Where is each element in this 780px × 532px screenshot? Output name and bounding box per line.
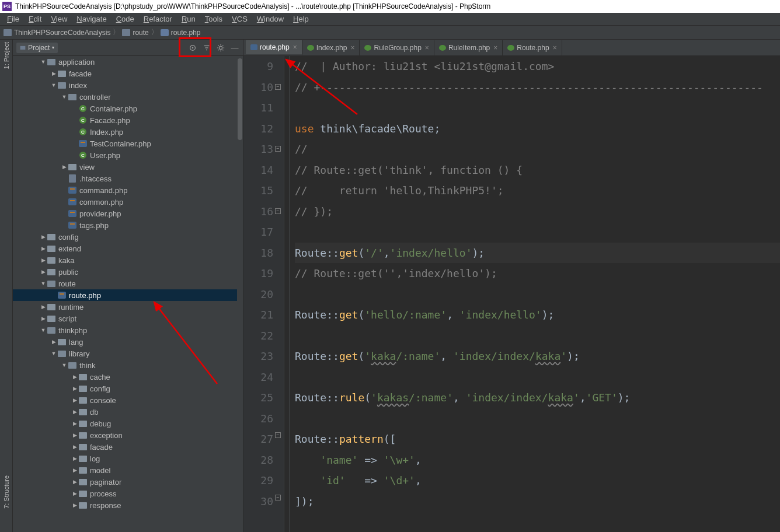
tree-item--htaccess[interactable]: .htaccess: [13, 173, 243, 184]
tree-item-facade-php[interactable]: CFacade.php: [13, 114, 243, 126]
chevron-down-icon[interactable]: ▼: [61, 362, 68, 368]
tree-item-user-php[interactable]: CUser.php: [13, 149, 243, 161]
tree-item-response[interactable]: ▶response: [13, 499, 243, 511]
chevron-right-icon[interactable]: ▶: [50, 71, 57, 76]
tree-item-script[interactable]: ▶script: [13, 313, 243, 324]
chevron-right-icon[interactable]: ▶: [40, 304, 47, 310]
code-line[interactable]: Route::get('kaka/:name', 'index/index/ka…: [295, 346, 780, 367]
code-line[interactable]: // +------------------------------------…: [295, 77, 780, 98]
tree-item-extend[interactable]: ▶extend: [13, 243, 243, 254]
menu-edit[interactable]: Edit: [24, 13, 46, 24]
code-line[interactable]: [295, 367, 780, 388]
chevron-down-icon[interactable]: ▼: [50, 351, 57, 356]
code-line[interactable]: [295, 408, 780, 429]
code-line[interactable]: // });: [295, 201, 780, 222]
tree-item-common-php[interactable]: common.php: [13, 196, 243, 208]
chevron-right-icon[interactable]: ▶: [40, 234, 47, 240]
editor-tab-route-php[interactable]: route.php×: [246, 40, 302, 55]
project-view-selector[interactable]: Project ▾: [16, 43, 58, 53]
menu-refactor[interactable]: Refactor: [139, 13, 177, 24]
chevron-right-icon[interactable]: ▶: [40, 316, 47, 321]
menu-run[interactable]: Run: [177, 13, 200, 24]
tree-item-config[interactable]: ▶config: [13, 231, 243, 243]
tree-item-facade[interactable]: ▶facade: [13, 441, 243, 453]
editor-tab-rulegroup-php[interactable]: RuleGroup.php×: [360, 40, 434, 55]
code-line[interactable]: use think\facade\Route;: [295, 118, 780, 139]
tree-item-log[interactable]: ▶log: [13, 453, 243, 464]
chevron-right-icon[interactable]: ▶: [71, 409, 78, 415]
code-line[interactable]: // Route::get('think', function () {: [295, 160, 780, 181]
menu-tools[interactable]: Tools: [200, 13, 227, 24]
chevron-right-icon[interactable]: ▶: [40, 246, 47, 251]
filter-icon[interactable]: [202, 43, 211, 52]
tree-item-index-php[interactable]: CIndex.php: [13, 126, 243, 138]
editor-tab-ruleitem-php[interactable]: RuleItem.php×: [434, 40, 503, 55]
close-icon[interactable]: ×: [493, 44, 497, 52]
tree-item-container-php[interactable]: CContainer.php: [13, 103, 243, 114]
tree-item-controller[interactable]: ▼controller: [13, 91, 243, 103]
code-line[interactable]: [295, 326, 780, 346]
tree-item-command-php[interactable]: command.php: [13, 184, 243, 196]
tree-item-db[interactable]: ▶db: [13, 406, 243, 418]
tree-item-paginator[interactable]: ▶paginator: [13, 476, 243, 488]
menu-file[interactable]: File: [2, 13, 24, 24]
toolwindow-tab-project[interactable]: 1: Project: [3, 42, 10, 69]
chevron-down-icon[interactable]: ▼: [50, 82, 57, 88]
close-icon[interactable]: ×: [293, 43, 297, 51]
fold-toggle-icon[interactable]: −: [275, 495, 281, 501]
tree-item-view[interactable]: ▶view: [13, 161, 243, 173]
code-line[interactable]: [295, 284, 780, 305]
close-icon[interactable]: ×: [350, 44, 354, 52]
tree-item-debug[interactable]: ▶debug: [13, 418, 243, 429]
target-icon[interactable]: [188, 43, 197, 52]
tree-item-lang[interactable]: ▶lang: [13, 336, 243, 348]
code-line[interactable]: Route::get('/','index/hello');: [295, 243, 780, 264]
chevron-right-icon[interactable]: ▶: [71, 386, 78, 391]
editor-tab-route-php[interactable]: Route.php×: [503, 40, 562, 55]
tree-item-library[interactable]: ▼library: [13, 348, 243, 359]
chevron-down-icon[interactable]: ▼: [40, 327, 47, 333]
tree-item-testcontainer-php[interactable]: TestContainer.php: [13, 138, 243, 149]
sidebar-scrollbar[interactable]: [237, 56, 243, 532]
menu-view[interactable]: View: [46, 13, 72, 24]
tree-item-console[interactable]: ▶console: [13, 394, 243, 406]
tree-item-application[interactable]: ▼application: [13, 56, 243, 68]
tree-item-provider-php[interactable]: provider.php: [13, 208, 243, 219]
chevron-right-icon[interactable]: ▶: [71, 444, 78, 450]
tree-item-runtime[interactable]: ▶runtime: [13, 301, 243, 313]
code-line[interactable]: // return 'hello,ThinkPHP5!';: [295, 180, 780, 201]
menu-code[interactable]: Code: [112, 13, 139, 24]
tree-item-public[interactable]: ▶public: [13, 266, 243, 278]
chevron-right-icon[interactable]: ▶: [71, 467, 78, 473]
code-line[interactable]: // | Author: liu21st <liu21st@gmail.com>: [295, 56, 780, 77]
tree-item-cache[interactable]: ▶cache: [13, 371, 243, 383]
code-line[interactable]: 'id' => '\d+',: [295, 470, 780, 491]
tree-item-facade[interactable]: ▶facade: [13, 68, 243, 79]
tree-item-model[interactable]: ▶model: [13, 464, 243, 476]
code-line[interactable]: [295, 222, 780, 243]
fold-toggle-icon[interactable]: −: [275, 208, 281, 214]
tree-item-route[interactable]: ▼route: [13, 278, 243, 289]
chevron-right-icon[interactable]: ▶: [71, 456, 78, 461]
code-line[interactable]: //: [295, 139, 780, 160]
chevron-down-icon[interactable]: ▼: [61, 94, 68, 100]
chevron-right-icon[interactable]: ▶: [71, 502, 78, 508]
menu-vcs[interactable]: VCS: [227, 13, 252, 24]
code-line[interactable]: ]);: [295, 491, 780, 512]
code-line[interactable]: // Route::get('','index/hello');: [295, 263, 780, 284]
chevron-right-icon[interactable]: ▶: [40, 257, 47, 263]
tree-item-config[interactable]: ▶config: [13, 383, 243, 394]
code-line[interactable]: Route::get('hello/:name', 'index/hello')…: [295, 304, 780, 326]
fold-toggle-icon[interactable]: −: [275, 84, 281, 90]
breadcrumb-thinkphpsourcecodeanalysis[interactable]: ThinkPHPSourceCodeAnalysis: [2, 29, 112, 37]
chevron-right-icon[interactable]: ▶: [61, 164, 68, 170]
fold-toggle-icon[interactable]: −: [275, 432, 281, 438]
minimize-icon[interactable]: —: [230, 43, 239, 52]
chevron-right-icon[interactable]: ▶: [71, 374, 78, 380]
tree-item-thinkphp[interactable]: ▼thinkphp: [13, 324, 243, 336]
tree-item-index[interactable]: ▼index: [13, 79, 243, 91]
tree-item-route-php[interactable]: route.php: [13, 289, 243, 301]
close-icon[interactable]: ×: [425, 44, 429, 52]
tree-item-think[interactable]: ▼think: [13, 359, 243, 371]
fold-toggle-icon[interactable]: −: [275, 146, 281, 152]
